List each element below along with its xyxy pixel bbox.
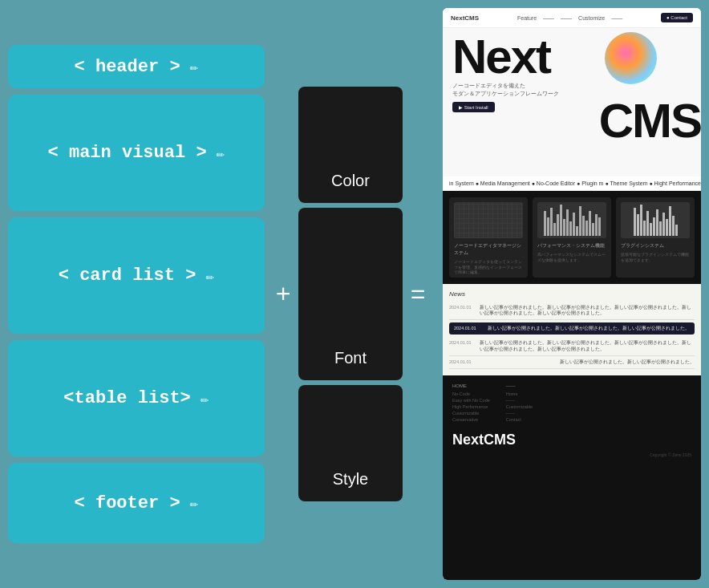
preview-nav-customize: Customize <box>578 15 605 21</box>
card-list-label: < card list > <box>59 266 196 286</box>
footer-col-title-0: Home <box>452 383 490 388</box>
feature-card-img-1 <box>537 202 606 238</box>
footer-col-item-0-4: Conservative <box>452 417 490 422</box>
header-edit-icon[interactable]: ✏ <box>190 58 199 75</box>
blog-text-0: 新しい記事が公開されました。新しい記事が公開されました。新しい記事が公開されまし… <box>480 305 695 316</box>
feature-card-title-2: プラグインシステム <box>621 242 690 249</box>
preview-nav-5: —— <box>611 15 622 21</box>
color-panel[interactable]: Color <box>298 87 403 203</box>
footer-col-1: —— Home —— Customizable —— Contact <box>506 383 533 424</box>
footer-col-item-1-4: Contact <box>506 417 533 422</box>
preview-nav-feature: Feature <box>517 15 537 21</box>
preview-features: ノーコードエディタマネージシステム ノーコードエディタを使ってコンテンツを管理。… <box>443 191 701 284</box>
footer-copyright: Copyright © Zenn 2025 <box>452 452 691 457</box>
bar-decoration-2 <box>631 202 680 238</box>
blog-text-3: 新しい記事が公開されました。新しい記事が公開されました。 <box>560 359 695 365</box>
blog-text-2: 新しい記事が公開されました。新しい記事が公開されました。新しい記事が公開されまし… <box>480 340 695 351</box>
preview-footer: Home No-Code Easy with No Code High Perf… <box>443 375 701 580</box>
preview-header: NextCMS Feature —— —— Customize —— ● Con… <box>443 8 701 28</box>
preview-ticker: in System ● Media Management ● No-Code E… <box>443 176 701 191</box>
footer-grid: Home No-Code Easy with No Code High Perf… <box>452 383 691 424</box>
footer-block[interactable]: < footer > ✏ <box>8 463 265 543</box>
footer-col-item-1-0: Home <box>506 391 533 396</box>
table-list-edit-icon[interactable]: ✏ <box>201 390 209 408</box>
footer-col-item-0-1: Easy with No Code <box>452 398 490 403</box>
preview-hero: Next ノーコードエディタを備えた モダン＆アプリケーションフレームワーク ▶… <box>443 28 701 176</box>
font-panel-label: Font <box>334 349 367 367</box>
preview-contact-btn[interactable]: ● Contact <box>661 13 693 22</box>
blog-date-3: 2024.01.01 <box>449 359 472 364</box>
main-visual-label: < main visual > <box>48 143 207 163</box>
footer-col-item-0-0: No-Code <box>452 391 490 396</box>
footer-col-item-0-2: High Performance <box>452 404 490 409</box>
equals-symbol: = <box>406 279 430 309</box>
footer-col-0: Home No-Code Easy with No Code High Perf… <box>452 383 490 424</box>
header-block[interactable]: < header > ✏ <box>8 45 265 88</box>
middle-section: + Color Font Style = <box>265 87 436 501</box>
hero-cms-text: CMS <box>599 100 701 141</box>
style-panel[interactable]: Style <box>298 385 403 501</box>
blog-row-2: 2024.01.01 新しい記事が公開されました。新しい記事が公開されました。新… <box>449 337 695 355</box>
footer-col-title-1: —— <box>506 383 533 388</box>
preview-panel: NextCMS Feature —— —— Customize —— ● Con… <box>443 8 701 580</box>
blog-row-1: 2024.01.01 新しい記事が公開されました。新しい記事が公開されました。新… <box>449 322 695 335</box>
font-panel[interactable]: Font <box>298 208 403 380</box>
feature-card-desc-2: 拡張可能なプラグインシステムで機能を追加できます。 <box>621 252 690 262</box>
main-visual-block[interactable]: < main visual > ✏ <box>8 95 265 211</box>
card-list-block[interactable]: < card list > ✏ <box>8 217 265 334</box>
panels-column: Color Font Style <box>298 87 403 501</box>
footer-col-item-1-3: —— <box>506 411 533 416</box>
feature-card-img-0 <box>454 202 523 238</box>
header-label: < header > <box>75 57 180 77</box>
hero-subtitle-line2: モダン＆アプリケーションフレームワーク <box>452 91 559 96</box>
footer-col-item-1-1: —— <box>506 398 533 403</box>
feature-card-desc-1: 高パフォーマンスなシステムでスムーズな体験を提供します。 <box>537 252 606 262</box>
blog-row-3: 2024.01.01 新しい記事が公開されました。新しい記事が公開されました。 <box>449 356 695 369</box>
plus-symbol: + <box>271 279 295 309</box>
grid-decoration <box>454 202 523 238</box>
table-list-label: <table list> <box>63 388 190 408</box>
feature-card-desc-0: ノーコードエディタを使ってコンテンツを管理。直感的なインターフェースで簡単に編集… <box>454 259 523 275</box>
style-panel-label: Style <box>333 470 368 489</box>
feature-card-0: ノーコードエディタマネージシステム ノーコードエディタを使ってコンテンツを管理。… <box>449 197 528 278</box>
preview-nav-2: —— <box>543 15 554 21</box>
feature-card-2: プラグインシステム 拡張可能なプラグインシステムで機能を追加できます。 <box>616 197 695 278</box>
bar-decoration <box>541 202 603 238</box>
blog-date-0: 2024.01.01 <box>449 305 472 310</box>
left-column: < header > ✏ < main visual > ✏ < card li… <box>8 45 265 543</box>
feature-card-img-2 <box>621 202 690 238</box>
footer-brand: NextCMS <box>452 432 691 448</box>
main-visual-edit-icon[interactable]: ✏ <box>217 144 225 162</box>
blog-date-2: 2024.01.01 <box>449 340 472 345</box>
hero-orb <box>605 32 657 84</box>
preview-blog: News 2024.01.01 新しい記事が公開されました。新しい記事が公開され… <box>443 284 701 375</box>
hero-cta[interactable]: ▶ Start Install <box>452 102 495 112</box>
blog-date-1: 2024.01.01 <box>454 326 476 330</box>
color-panel-label: Color <box>331 172 370 190</box>
card-list-edit-icon[interactable]: ✏ <box>205 267 214 285</box>
footer-edit-icon[interactable]: ✏ <box>190 494 199 512</box>
feature-card-title-0: ノーコードエディタマネージシステム <box>454 242 523 257</box>
footer-label: < footer > <box>75 493 180 513</box>
table-list-block[interactable]: <table list> ✏ <box>8 340 265 456</box>
preview-nav: Feature —— —— Customize —— <box>517 15 622 21</box>
preview-nav-3: —— <box>561 15 572 21</box>
feature-card-1: パフォーマンス・システム機能 高パフォーマンスなシステムでスムーズな体験を提供し… <box>533 197 611 278</box>
blog-row-0: 2024.01.01 新しい記事が公開されました。新しい記事が公開されました。新… <box>449 302 695 320</box>
hero-subtitle-line1: ノーコードエディタを備えた <box>452 83 525 88</box>
blog-text-1: 新しい記事が公開されました。新しい記事が公開されました。新しい記事が公開されまし… <box>488 326 690 331</box>
blog-header: News <box>449 290 695 298</box>
footer-col-item-0-3: Customizable <box>452 411 490 416</box>
preview-logo: NextCMS <box>451 14 479 22</box>
feature-card-title-1: パフォーマンス・システム機能 <box>537 242 606 249</box>
footer-col-item-1-2: Customizable <box>506 404 533 409</box>
